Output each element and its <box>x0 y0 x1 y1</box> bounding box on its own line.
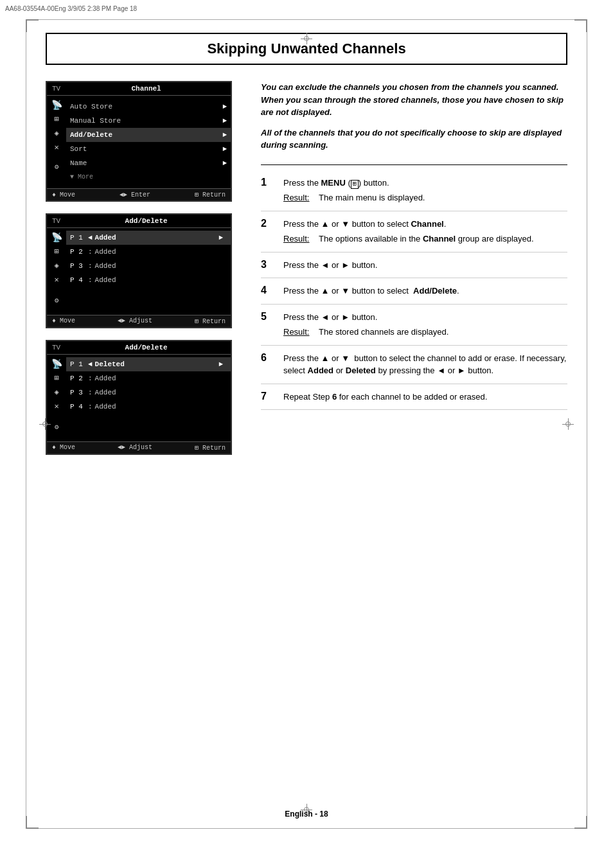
footer-move-2: ♦ Move <box>52 317 75 325</box>
add-delete-row-p3: P 3 : Added <box>66 259 231 273</box>
step-3: 3 Press the ◄ or ► button. <box>261 252 567 279</box>
menu1-items: Auto Store► Manual Store► Add/Delete► So… <box>66 98 231 186</box>
menu1-title: Channel <box>67 85 226 93</box>
speaker-icon: ◈ <box>54 128 58 139</box>
step-1-content: Press the MENU (⊞) button. Result: The m… <box>283 177 567 204</box>
tv-menu-add-delete-1: TV Add/Delete 📡 ⊞ ◈ ✕ ⚙ P <box>46 213 232 328</box>
menu2-title: Add/Delete <box>67 217 226 225</box>
footer-return-2: ⊞ Return <box>195 317 226 325</box>
footer-return-3: ⊞ Return <box>195 444 226 452</box>
page-footer: English - 18 <box>26 810 587 819</box>
tv-label-1: TV <box>52 85 60 93</box>
crosshair-right <box>562 418 574 430</box>
add-delete-row-p1-deleted: P 1 ◄ Deleted ► <box>66 357 231 371</box>
crosshair-left <box>39 418 51 430</box>
footer-adjust-3: ◄► Adjust <box>118 444 152 452</box>
add-delete-row-p2: P 2 : Added <box>66 245 231 259</box>
menu-item-sort: Sort► <box>66 142 231 156</box>
step-5-result-text: The stored channels are displayed. <box>319 326 449 339</box>
step-7-number: 7 <box>261 391 274 403</box>
menu2-items: P 1 ◄ Added ► P 2 : Added P <box>66 231 231 312</box>
antenna-icon: 📡 <box>51 100 62 111</box>
menu3-footer: ♦ Move ◄► Adjust ⊞ Return <box>47 441 231 454</box>
grid-icon-2: ⊞ <box>54 246 58 258</box>
step-6: 6 Press the ▲ or ▼ button to select the … <box>261 346 567 384</box>
step-3-content: Press the ◄ or ► button. <box>283 259 567 272</box>
step-2-result-label: Result: <box>283 233 312 245</box>
add-delete-row-p1-added: P 1 ◄ Added ► <box>66 231 231 245</box>
antenna-icon-2: 📡 <box>51 232 62 244</box>
step-1: 1 Press the MENU (⊞) button. Result: The… <box>261 170 567 211</box>
x-icon: ✕ <box>54 142 58 154</box>
step-1-number: 1 <box>261 177 274 204</box>
antenna-icon-3: 📡 <box>51 359 62 370</box>
crosshair-top <box>301 33 312 44</box>
intro-para2: All of the channels that you do not spec… <box>261 127 567 152</box>
menu-item-auto-store: Auto Store► <box>66 100 231 114</box>
grid-icon-3: ⊞ <box>54 373 58 384</box>
tv-icons: 📡 ⊞ ◈ ✕ ⚙ <box>47 98 66 186</box>
menu-item-add-delete: Add/Delete► <box>66 128 231 142</box>
step-2-number: 2 <box>261 218 274 245</box>
step-3-number: 3 <box>261 259 274 272</box>
step-2-result-text: The options available in the Channel gro… <box>319 233 534 245</box>
divider-top <box>261 164 567 165</box>
grid-icon: ⊞ <box>54 114 58 125</box>
settings-icon: ⚙ <box>55 159 59 177</box>
add-delete-row-p4: P 4 : Added <box>66 273 231 287</box>
intro-para1: You can exclude the channels you chosen … <box>261 81 567 119</box>
step-6-content: Press the ▲ or ▼ button to select the ch… <box>283 352 567 377</box>
step-1-result-text: The main menu is displayed. <box>319 191 425 204</box>
left-column: TV Channel 📡 ⊞ ◈ ✕ <box>46 81 245 466</box>
step-5-result-label: Result: <box>283 326 312 339</box>
footer-move-1: ♦ Move <box>52 191 75 199</box>
step-5-number: 5 <box>261 311 274 339</box>
menu1-footer: ♦ Move ◄► Enter ⊞ Return <box>47 188 231 200</box>
footer-return-1: ⊞ Return <box>195 191 226 199</box>
step-2: 2 Press the ▲ or ▼ button to select Chan… <box>261 211 567 252</box>
settings-icon-3: ⚙ <box>55 418 59 438</box>
tv-menu-channel: TV Channel 📡 ⊞ ◈ ✕ <box>46 81 232 202</box>
tv-menu-add-delete-2: TV Add/Delete 📡 ⊞ ◈ ✕ ⚙ P <box>46 340 232 455</box>
menu2-footer: ♦ Move ◄► Adjust ⊞ Return <box>47 315 231 327</box>
tv-label-3: TV <box>52 344 60 351</box>
add-delete-row-p4-b: P 4 : Added <box>66 400 231 414</box>
doc-info: AA68-03554A-00Eng 3/9/05 2:38 PM Page 18 <box>5 5 137 12</box>
menu3-items: P 1 ◄ Deleted ► P 2 : Added <box>66 357 231 439</box>
step-2-content: Press the ▲ or ▼ button to select Channe… <box>283 218 567 245</box>
add-delete-row-p2-b: P 2 : Added <box>66 371 231 385</box>
add-delete-row-p3-b: P 3 : Added <box>66 385 231 400</box>
menu3-title: Add/Delete <box>67 344 226 351</box>
step-1-result-label: Result: <box>283 191 312 204</box>
footer-adjust-2: ◄► Adjust <box>118 317 152 325</box>
tv-label-2: TV <box>52 217 60 225</box>
step-7-content: Repeat Step 6 for each channel to be add… <box>283 391 567 403</box>
step-4-number: 4 <box>261 285 274 297</box>
right-column: You can exclude the channels you chosen … <box>261 81 567 466</box>
step-4: 4 Press the ▲ or ▼ button to select Add/… <box>261 278 567 305</box>
step-6-number: 6 <box>261 352 274 377</box>
step-7: 7 Repeat Step 6 for each channel to be a… <box>261 384 567 411</box>
menu-item-name: Name► <box>66 156 231 170</box>
x-icon-3: ✕ <box>54 401 58 412</box>
menu-item-more: ▼ More <box>66 170 231 184</box>
menu-item-manual-store: Manual Store► <box>66 114 231 128</box>
tv-icons-2: 📡 ⊞ ◈ ✕ ⚙ <box>47 231 66 312</box>
footer-move-3: ♦ Move <box>52 444 75 452</box>
footer-enter-1: ◄► Enter <box>120 191 150 199</box>
step-4-content: Press the ▲ or ▼ button to select Add/De… <box>283 285 567 297</box>
step-5-content: Press the ◄ or ► button. Result: The sto… <box>283 311 567 339</box>
step-5: 5 Press the ◄ or ► button. Result: The s… <box>261 305 567 346</box>
page-number: English - 18 <box>285 810 328 819</box>
x-icon-2: ✕ <box>54 274 58 286</box>
speaker-icon-3: ◈ <box>54 387 58 398</box>
speaker-icon-2: ◈ <box>54 260 58 272</box>
settings-icon-2: ⚙ <box>55 291 59 311</box>
